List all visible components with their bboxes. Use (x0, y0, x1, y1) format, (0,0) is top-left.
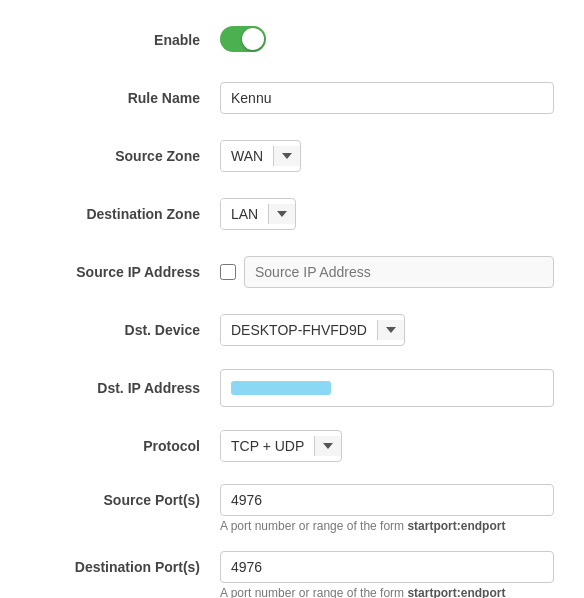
source-ip-control (220, 256, 554, 288)
chevron-down-icon (282, 153, 292, 159)
enable-label: Enable (30, 32, 220, 48)
protocol-arrow[interactable] (314, 436, 341, 456)
protocol-label: Protocol (30, 438, 220, 454)
source-ip-checkbox[interactable] (220, 264, 236, 280)
dest-port-help: A port number or range of the form start… (220, 586, 554, 598)
protocol-control: TCP + UDP (220, 430, 554, 462)
chevron-down-icon (386, 327, 396, 333)
destination-zone-arrow[interactable] (268, 204, 295, 224)
source-port-help: A port number or range of the form start… (220, 519, 554, 533)
dest-port-input[interactable] (220, 551, 554, 583)
dst-ip-label: Dst. IP Address (30, 380, 220, 396)
dest-port-control: A port number or range of the form start… (220, 551, 554, 598)
source-zone-row: Source Zone WAN (30, 136, 554, 176)
enable-row: Enable (30, 20, 554, 60)
rule-name-input[interactable] (220, 82, 554, 114)
dest-port-label: Destination Port(s) (30, 551, 220, 575)
protocol-select[interactable]: TCP + UDP (220, 430, 342, 462)
dst-device-label: Dst. Device (30, 322, 220, 338)
destination-zone-control: LAN (220, 198, 554, 230)
chevron-down-icon (323, 443, 333, 449)
dst-device-arrow[interactable] (377, 320, 404, 340)
source-zone-label: Source Zone (30, 148, 220, 164)
source-ip-input[interactable] (244, 256, 554, 288)
rule-name-row: Rule Name (30, 78, 554, 118)
source-port-label: Source Port(s) (30, 484, 220, 508)
rule-name-label: Rule Name (30, 90, 220, 106)
dst-device-row: Dst. Device DESKTOP-FHVFD9D (30, 310, 554, 350)
source-ip-row: Source IP Address (30, 252, 554, 292)
dest-port-row: Destination Port(s) A port number or ran… (30, 551, 554, 598)
source-ip-label: Source IP Address (30, 264, 220, 280)
source-zone-control: WAN (220, 140, 554, 172)
source-ip-row-inner (220, 256, 554, 288)
dst-ip-blurred (231, 381, 331, 395)
protocol-row: Protocol TCP + UDP (30, 426, 554, 466)
dst-device-control: DESKTOP-FHVFD9D (220, 314, 554, 346)
enable-toggle[interactable] (220, 26, 266, 52)
source-port-control: A port number or range of the form start… (220, 484, 554, 533)
source-zone-select[interactable]: WAN (220, 140, 301, 172)
toggle-thumb (242, 28, 264, 50)
dst-ip-container[interactable] (220, 369, 554, 407)
enable-control (220, 26, 554, 55)
destination-zone-row: Destination Zone LAN (30, 194, 554, 234)
dst-device-value: DESKTOP-FHVFD9D (221, 315, 377, 345)
dst-device-select[interactable]: DESKTOP-FHVFD9D (220, 314, 405, 346)
dst-ip-row: Dst. IP Address (30, 368, 554, 408)
destination-zone-label: Destination Zone (30, 206, 220, 222)
source-port-row: Source Port(s) A port number or range of… (30, 484, 554, 533)
source-zone-arrow[interactable] (273, 146, 300, 166)
rule-name-control (220, 82, 554, 114)
chevron-down-icon (277, 211, 287, 217)
source-port-input[interactable] (220, 484, 554, 516)
protocol-value: TCP + UDP (221, 431, 314, 461)
dst-ip-control (220, 369, 554, 407)
destination-zone-value: LAN (221, 199, 268, 229)
destination-zone-select[interactable]: LAN (220, 198, 296, 230)
source-zone-value: WAN (221, 141, 273, 171)
